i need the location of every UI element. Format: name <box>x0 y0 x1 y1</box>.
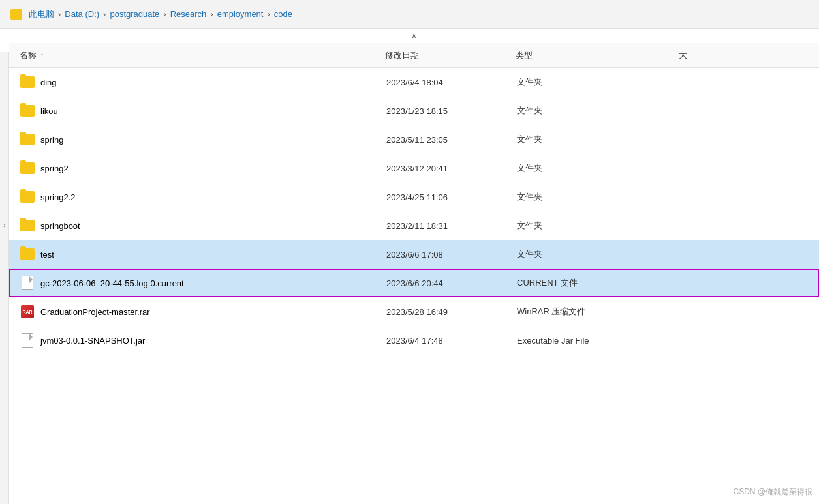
breadcrumb-code[interactable]: code <box>274 9 292 19</box>
file-date: 2023/1/23 18:15 <box>386 106 517 116</box>
folder-icon <box>20 190 35 203</box>
nav-arrow-icon: › <box>0 222 9 229</box>
column-headers: 名称 ↑ 修改日期 类型 大 <box>9 43 819 68</box>
breadcrumb-sep-5: › <box>267 9 270 19</box>
file-date: 2023/5/11 23:05 <box>386 135 517 145</box>
list-item[interactable]: likou 2023/1/23 18:15 文件夹 <box>9 96 819 125</box>
file-name: ding <box>40 78 386 87</box>
breadcrumb-sep-2: › <box>103 9 106 19</box>
file-type: 文件夹 <box>517 105 680 117</box>
folder-icon <box>10 9 22 20</box>
col-header-name[interactable]: 名称 ↑ <box>20 50 385 61</box>
folder-icon <box>20 162 35 175</box>
folder-icon <box>20 248 35 261</box>
folder-icon <box>20 219 35 232</box>
breadcrumb: 此电脑 › Data (D:) › postgraduate › Researc… <box>0 0 819 29</box>
list-item[interactable]: springboot 2023/2/11 18:31 文件夹 <box>9 211 819 240</box>
breadcrumb-drive[interactable]: Data (D:) <box>65 9 99 19</box>
file-type: 文件夹 <box>517 76 680 88</box>
col-header-size[interactable]: 大 <box>679 50 809 61</box>
file-name: test <box>40 250 386 259</box>
breadcrumb-postgraduate[interactable]: postgraduate <box>110 9 159 19</box>
file-name: spring <box>40 135 386 145</box>
file-date: 2023/4/25 11:06 <box>386 192 517 202</box>
file-type: 文件夹 <box>517 134 680 145</box>
breadcrumb-sep-3: › <box>163 9 166 19</box>
file-name: spring2 <box>40 164 386 173</box>
sort-arrow-icon: ↑ <box>40 52 44 59</box>
left-nav-panel: › <box>0 52 9 504</box>
file-name: spring2.2 <box>40 192 386 202</box>
breadcrumb-sep-1: › <box>58 9 61 19</box>
list-item[interactable]: RAR GraduationProject-master.rar 2023/5/… <box>9 297 819 326</box>
col-header-modified[interactable]: 修改日期 <box>385 50 516 61</box>
list-item[interactable]: gc-2023-06-06_20-44-55.log.0.current 202… <box>9 269 819 297</box>
col-header-type[interactable]: 类型 <box>516 50 679 61</box>
file-date: 2023/6/6 17:08 <box>386 250 517 259</box>
file-type: 文件夹 <box>517 191 680 203</box>
file-date: 2023/6/4 17:48 <box>386 336 517 346</box>
breadcrumb-sep-4: › <box>210 9 213 19</box>
folder-icon <box>20 76 35 89</box>
jar-icon <box>20 334 35 347</box>
breadcrumb-employment[interactable]: employment <box>217 9 264 19</box>
list-item[interactable]: ding 2023/6/4 18:04 文件夹 <box>9 68 819 96</box>
folder-icon <box>20 104 35 117</box>
file-date: 2023/5/28 16:49 <box>386 307 517 317</box>
list-item[interactable]: spring 2023/5/11 23:05 文件夹 <box>9 125 819 154</box>
file-list: ding 2023/6/4 18:04 文件夹 likou 2023/1/23 … <box>9 68 819 504</box>
file-date: 2023/6/4 18:04 <box>386 78 517 87</box>
file-type: 文件夹 <box>517 162 680 174</box>
list-item[interactable]: jvm03-0.0.1-SNAPSHOT.jar 2023/6/4 17:48 … <box>9 326 819 355</box>
file-type: 文件夹 <box>517 248 680 260</box>
list-item[interactable]: test 2023/6/6 17:08 文件夹 <box>9 240 819 269</box>
file-type: CURRENT 文件 <box>517 277 680 289</box>
file-type: 文件夹 <box>517 220 680 231</box>
up-arrow-icon: ∧ <box>411 31 417 40</box>
breadcrumb-pc[interactable]: 此电脑 <box>29 8 54 20</box>
rar-icon: RAR <box>20 305 35 318</box>
file-type: WinRAR 压缩文件 <box>517 306 680 318</box>
file-name: GraduationProject-master.rar <box>40 307 386 317</box>
file-name: gc-2023-06-06_20-44-55.log.0.current <box>40 278 386 288</box>
up-arrow-container: ∧ <box>9 29 819 43</box>
folder-icon <box>20 133 35 146</box>
list-item[interactable]: spring2.2 2023/4/25 11:06 文件夹 <box>9 183 819 211</box>
watermark: CSDN @俺就是菜得很 <box>733 486 812 497</box>
file-icon <box>20 276 35 289</box>
file-date: 2023/6/6 20:44 <box>386 278 517 288</box>
file-name: likou <box>40 106 386 116</box>
file-name: springboot <box>40 221 386 231</box>
file-type: Executable Jar File <box>517 336 680 346</box>
breadcrumb-research[interactable]: Research <box>170 9 207 19</box>
file-date: 2023/3/12 20:41 <box>386 164 517 173</box>
file-date: 2023/2/11 18:31 <box>386 221 517 231</box>
list-item[interactable]: spring2 2023/3/12 20:41 文件夹 <box>9 154 819 183</box>
file-name: jvm03-0.0.1-SNAPSHOT.jar <box>40 336 386 346</box>
